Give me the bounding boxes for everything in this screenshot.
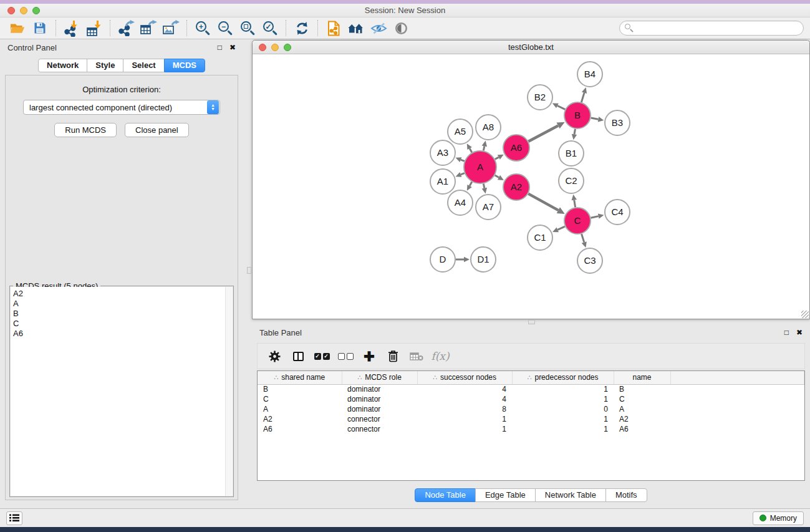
import-table-icon[interactable] (83, 19, 105, 37)
function-builder-icon[interactable]: f(x) (428, 346, 452, 367)
splitter-grip-vertical[interactable] (247, 267, 251, 274)
delete-table-icon[interactable] (405, 346, 428, 367)
export-table-icon[interactable] (137, 19, 160, 37)
show-all-icon[interactable] (390, 19, 412, 37)
edge-C-C2[interactable] (574, 200, 576, 208)
first-neighbors-icon[interactable] (345, 19, 367, 37)
table-cell[interactable]: 1 (417, 414, 512, 424)
edge-C-C1[interactable] (557, 226, 565, 230)
network-node-C[interactable]: C (564, 208, 591, 234)
export-image-icon[interactable] (160, 19, 182, 37)
delete-column-icon[interactable] (381, 346, 405, 367)
column-header-predecessor-nodes[interactable]: ∴predecessor nodes (512, 371, 614, 384)
memory-button[interactable]: Memory (753, 511, 804, 525)
table-row[interactable]: Cdominator41C (258, 394, 804, 404)
tab-motifs[interactable]: Motifs (605, 488, 647, 502)
network-node-C3[interactable]: C3 (577, 248, 602, 273)
table-cell[interactable]: B (614, 384, 670, 394)
add-column-icon[interactable]: ✚ (357, 346, 381, 367)
edge-A2-C[interactable] (528, 194, 558, 210)
network-node-A[interactable]: A (464, 151, 496, 183)
zoom-out-icon[interactable]: − (214, 19, 236, 37)
network-node-C1[interactable]: C1 (528, 225, 552, 250)
table-row[interactable]: Adominator80A (258, 404, 804, 414)
network-canvas[interactable]: AA6A2BCA5A8A3A1A4A7B2B4B3B1C2C4C1C3DD1 (253, 54, 809, 319)
table-cell[interactable]: A6 (258, 424, 342, 434)
table-cell[interactable]: 4 (417, 394, 512, 404)
mcds-result-item[interactable]: A6 (13, 329, 233, 339)
column-header-name[interactable]: name (614, 371, 670, 384)
table-settings-gear-icon[interactable] (263, 346, 286, 367)
table-cell[interactable]: A6 (614, 424, 670, 434)
table-cell[interactable]: 4 (417, 384, 512, 394)
hide-selected-icon[interactable] (367, 19, 390, 37)
zoom-selected-icon[interactable]: ✓ (259, 19, 281, 37)
window-resize-grip[interactable] (801, 311, 809, 318)
table-row[interactable]: A2connector11A2 (258, 414, 804, 424)
run-mcds-button[interactable]: Run MCDS (54, 123, 117, 137)
edge-B-B4[interactable] (581, 93, 584, 102)
table-cell[interactable]: C (258, 394, 342, 404)
mcds-result-item[interactable]: B (13, 309, 233, 319)
edge-A-A8[interactable] (483, 146, 484, 150)
network-node-A2[interactable]: A2 (503, 174, 529, 200)
import-network-icon[interactable] (60, 19, 83, 37)
network-node-B2[interactable]: B2 (528, 85, 552, 110)
tab-mcds[interactable]: MCDS (164, 59, 205, 72)
table-cell[interactable]: 0 (512, 404, 614, 414)
zoom-fit-icon[interactable] (236, 19, 259, 37)
edge-A-A5[interactable] (470, 148, 472, 152)
edge-B-B1[interactable] (574, 129, 575, 135)
tab-network[interactable]: Network (38, 59, 87, 72)
edge-A-A3[interactable] (461, 160, 465, 161)
network-node-B[interactable]: B (564, 102, 591, 128)
float-panel-icon[interactable]: □ (218, 43, 222, 52)
edge-C-C4[interactable] (591, 216, 598, 218)
table-cell[interactable]: dominator (342, 384, 417, 394)
table-cell[interactable]: A (614, 404, 670, 414)
tab-style[interactable]: Style (87, 59, 123, 72)
show-columns-icon[interactable] (286, 346, 310, 367)
table-cell[interactable]: connector (342, 424, 417, 434)
table-cell[interactable]: A2 (614, 414, 670, 424)
network-node-C4[interactable]: C4 (605, 200, 630, 225)
save-session-icon[interactable] (29, 19, 51, 37)
result-scrollbar[interactable] (225, 287, 233, 496)
table-cell[interactable]: A2 (258, 414, 342, 424)
edge-A-A6[interactable] (495, 157, 499, 159)
open-session-icon[interactable] (6, 19, 29, 37)
edge-A6-B[interactable] (528, 125, 558, 141)
close-panel-button[interactable]: Close panel (125, 123, 189, 137)
network-window-titlebar[interactable]: testGlobe.txt (253, 41, 809, 54)
table-row[interactable]: Bdominator41B (258, 384, 804, 394)
network-node-B3[interactable]: B3 (605, 110, 630, 135)
table-cell[interactable]: dominator (342, 394, 417, 404)
optimization-criterion-select[interactable]: largest connected component (directed) ▲… (23, 100, 220, 115)
mcds-result-item[interactable]: C (13, 319, 233, 329)
edge-A-A4[interactable] (470, 182, 472, 186)
network-node-B4[interactable]: B4 (577, 62, 602, 87)
network-node-A8[interactable]: A8 (476, 115, 501, 140)
network-node-D[interactable]: D (430, 247, 455, 272)
unselect-all-columns-icon[interactable] (334, 346, 357, 367)
table-cell[interactable]: A (258, 404, 342, 414)
export-network-icon[interactable] (115, 19, 137, 37)
select-all-columns-icon[interactable]: ✓✓ (310, 346, 334, 367)
task-history-button[interactable] (6, 511, 22, 525)
network-node-A7[interactable]: A7 (476, 195, 501, 220)
table-cell[interactable]: 1 (512, 414, 614, 424)
network-node-D1[interactable]: D1 (471, 247, 496, 272)
close-panel-icon[interactable]: ✖ (796, 328, 803, 337)
close-panel-icon[interactable]: ✖ (229, 43, 236, 52)
table-cell[interactable]: 1 (512, 384, 614, 394)
edge-A-A2[interactable] (495, 175, 499, 177)
network-node-B1[interactable]: B1 (559, 141, 584, 166)
table-cell[interactable]: 1 (417, 424, 512, 434)
refresh-icon[interactable] (291, 19, 313, 37)
table-cell[interactable]: C (614, 394, 670, 404)
tab-edge-table[interactable]: Edge Table (475, 488, 536, 502)
network-node-C2[interactable]: C2 (559, 168, 584, 193)
network-node-A5[interactable]: A5 (448, 119, 473, 144)
table-cell[interactable]: 8 (417, 404, 512, 414)
float-panel-icon[interactable]: □ (784, 328, 789, 337)
